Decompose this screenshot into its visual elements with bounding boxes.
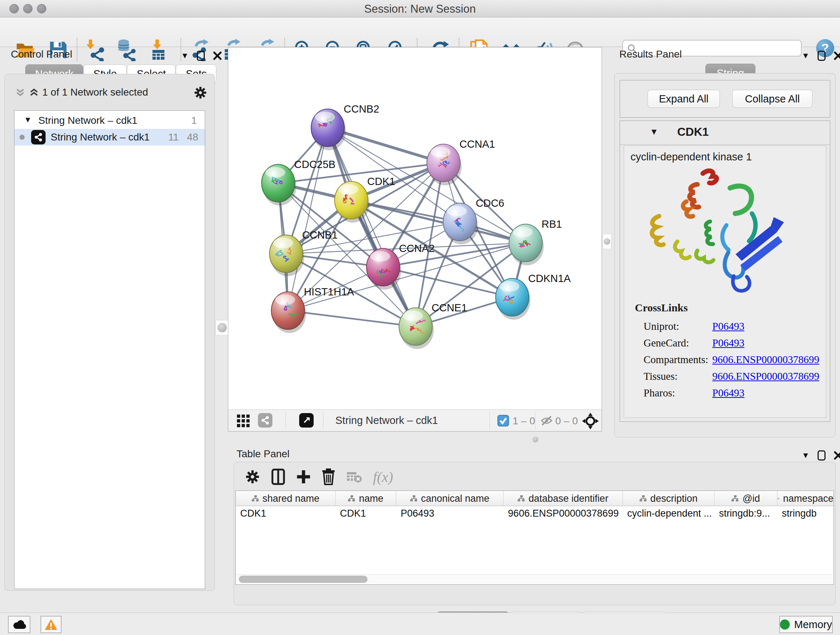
tissues-link[interactable]: 9606.ENSP00000378699 [712, 371, 819, 382]
table-horizontal-scrollbar[interactable] [237, 574, 833, 584]
close-panel-icon[interactable] [834, 51, 840, 60]
results-panel: Results Panel ▼ String Expand All Collap… [612, 48, 837, 438]
main-toolbar: ? [0, 18, 840, 47]
network-node-count: 11 [168, 131, 179, 143]
node-label: CCNB2 [344, 103, 379, 115]
window-title: Session: New Session [0, 3, 840, 16]
collection-expand-icon[interactable]: ▼ [24, 115, 32, 125]
float-panel-icon[interactable] [197, 51, 205, 61]
column-header[interactable]: @id [714, 491, 777, 506]
crosslink-label: Pharos: [644, 387, 675, 399]
titlebar: Session: New Session [0, 0, 840, 17]
node-description: cyclin-dependent kinase 1 [630, 151, 752, 163]
network-collection-row[interactable]: ▼ String Network – cdk1 1 [14, 112, 205, 129]
collapse-all-button[interactable]: Collapse All [732, 90, 813, 108]
network-label: String Network – cdk1 [51, 131, 150, 143]
table-row[interactable]: CDK1 CDK1 P06493 9606.ENSP00000378699 cy… [236, 506, 834, 521]
expand-all-button[interactable]: Expand All [647, 90, 720, 108]
column-header[interactable]: canonical name [396, 491, 504, 506]
compartments-link[interactable]: 9606.ENSP00000378699 [712, 354, 819, 366]
crosslink-label: Compartments: [644, 354, 708, 366]
pharos-link[interactable]: P06493 [712, 387, 745, 399]
grid-mode-icon[interactable] [236, 414, 251, 428]
panel-menu-icon[interactable]: ▼ [802, 52, 810, 60]
cloud-status-button[interactable] [8, 616, 30, 633]
warning-icon [44, 619, 57, 630]
status-bar: Memory [0, 613, 840, 635]
node-label: RB1 [542, 218, 562, 230]
memory-button[interactable]: Memory [779, 616, 833, 633]
node-label: CCNB1 [302, 229, 338, 241]
results-panel-title: Results Panel [619, 49, 682, 60]
crosslink-label: Uniprot: [644, 320, 679, 333]
collapse-entry-icon[interactable]: ▼ [650, 127, 658, 137]
current-network-indicator [19, 135, 25, 140]
panel-menu-icon[interactable]: ▼ [802, 451, 810, 459]
network-canvas[interactable]: CCNB2CCNA1CDC25BCDK1CDC6RB1CCNB1CCNA2CDK… [228, 48, 602, 409]
memory-label: Memory [794, 619, 832, 631]
column-header[interactable]: database identifier [504, 491, 623, 506]
hidden-counter: 0 – 0 [555, 415, 578, 427]
table-panel-title: Table Panel [237, 448, 289, 460]
crosslinks-title: CrossLinks [635, 302, 688, 314]
delete-table-icon[interactable] [346, 470, 362, 483]
show-columns-icon[interactable] [271, 469, 286, 485]
collection-count: 1 [191, 115, 197, 126]
function-builder-icon[interactable]: f(x) [373, 469, 393, 486]
scrollbar-thumb[interactable] [239, 576, 368, 583]
application-window: Session: New Session [0, 0, 840, 635]
column-header[interactable]: name [336, 491, 396, 506]
result-node-name: CDK1 [677, 125, 709, 139]
delete-column-icon[interactable] [322, 469, 335, 485]
node-label: CDKN1A [528, 272, 571, 284]
string-results-content: Expand All Collapse All ▼ CDK1 cyclin-de… [614, 73, 836, 437]
node-label: CCNE1 [431, 302, 467, 314]
selected-checkbox-icon[interactable] [497, 415, 509, 426]
add-column-icon[interactable] [296, 470, 311, 484]
table-panel: Table Panel ▼ f(x) shared name name cano… [225, 443, 840, 613]
expand-collapse-box: Expand All Collapse All [620, 80, 830, 118]
genecard-link[interactable]: P06493 [712, 337, 745, 349]
column-header[interactable]: shared name [236, 491, 336, 506]
column-header[interactable]: description [623, 491, 715, 506]
close-panel-icon[interactable] [834, 451, 840, 460]
cloud-icon [12, 619, 27, 630]
left-splitter-handle[interactable] [216, 320, 229, 335]
panel-menu-icon[interactable]: ▼ [181, 52, 189, 60]
node-label: CCNA2 [399, 242, 434, 254]
right-splitter-handle[interactable] [603, 234, 611, 249]
node-label: CDC6 [476, 197, 504, 209]
network-view-mode-icon[interactable] [258, 413, 272, 428]
network-row-selected[interactable]: String Network – cdk1 11 48 [14, 129, 205, 146]
node-label: CCNA1 [459, 138, 495, 150]
table-options-gear-icon[interactable] [245, 469, 260, 485]
control-panel: Control Panel ▼ Network Style Select Set… [3, 48, 216, 592]
node-label: CDK1 [367, 176, 395, 187]
column-header[interactable]: namespace [777, 491, 834, 506]
network-view-toolbar: String Network – cdk1 1 – 0 0 – 0 [228, 409, 602, 431]
pan-crosshair-icon[interactable] [582, 413, 599, 429]
horizontal-splitter-handle[interactable] [532, 437, 538, 442]
protein-structure-image [641, 167, 790, 302]
birds-eye-view-icon[interactable] [299, 413, 314, 428]
network-edge-count: 48 [187, 131, 198, 143]
network-options-gear-icon[interactable] [194, 86, 207, 100]
float-panel-icon[interactable] [818, 51, 826, 61]
hidden-eye-slash-icon[interactable] [540, 415, 553, 426]
node-result-header[interactable]: ▼ CDK1 [620, 121, 830, 145]
node-table-content: f(x) shared name name canonical name dat… [234, 462, 836, 605]
node-table: shared name name canonical name database… [235, 491, 834, 585]
crosslink-label: GeneCard: [644, 337, 689, 349]
control-panel-title: Control Panel [11, 49, 73, 60]
memory-status-indicator [780, 619, 790, 630]
close-panel-icon[interactable] [213, 51, 222, 60]
uniprot-link[interactable]: P06493 [712, 320, 745, 333]
network-tree: ▼ String Network – cdk1 1 String Network… [14, 111, 205, 589]
crosslink-label: Tissues: [644, 371, 677, 382]
float-panel-icon[interactable] [818, 450, 826, 461]
node-result-box: ▼ CDK1 cyclin-dependent kinase 1 [620, 120, 830, 422]
warning-status-button[interactable] [41, 616, 62, 633]
network-tab-content: 1 of 1 Network selected ▼ String Network… [4, 74, 215, 591]
node-label: HIST1H1A [304, 286, 354, 298]
node-label: CDC25B [294, 158, 335, 170]
